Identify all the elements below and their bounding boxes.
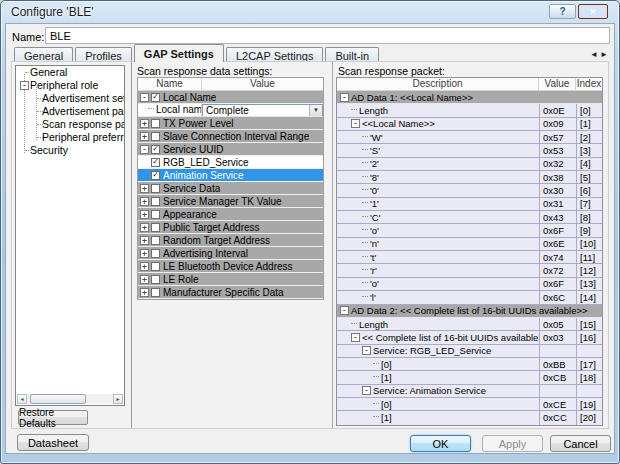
- cancel-button[interactable]: Cancel: [550, 435, 611, 452]
- column-header-description[interactable]: Description: [337, 78, 539, 90]
- column-header-value[interactable]: Value: [539, 78, 576, 90]
- tab-scroll-left-button[interactable]: ◄: [590, 50, 598, 59]
- close-button[interactable]: ✕: [578, 4, 608, 19]
- checkbox[interactable]: [151, 223, 160, 232]
- checkbox[interactable]: [151, 249, 160, 258]
- checkbox[interactable]: [151, 210, 160, 219]
- settings-row[interactable]: +Service Manager TK Value: [138, 195, 323, 208]
- collapse-icon[interactable]: -: [351, 333, 360, 342]
- packet-row[interactable]: 'C'0x43[8]: [337, 211, 602, 224]
- expand-icon[interactable]: +: [140, 210, 149, 219]
- packet-row[interactable]: -Service: RGB_LED_Service: [337, 345, 602, 358]
- packet-row[interactable]: -<< Complete list of 16-bit UUIDs availa…: [337, 331, 602, 344]
- packet-row[interactable]: [1]0xCC[20]: [337, 411, 602, 424]
- expand-icon[interactable]: +: [140, 184, 149, 193]
- help-button[interactable]: ?: [549, 4, 576, 19]
- packet-row[interactable]: 'o'0x6F[13]: [337, 278, 602, 291]
- expand-icon[interactable]: +: [140, 249, 149, 258]
- name-input[interactable]: [45, 27, 610, 44]
- expand-icon[interactable]: +: [140, 197, 149, 206]
- checkbox[interactable]: [151, 119, 160, 128]
- packet-row[interactable]: 'r'0x72[12]: [337, 264, 602, 277]
- packet-row[interactable]: -<<Local Name>>0x09[1]: [337, 118, 602, 131]
- checkbox[interactable]: [151, 288, 160, 297]
- checkbox[interactable]: ✓: [151, 145, 160, 154]
- tree-item-scan-response-packet[interactable]: Scan response packet: [16, 118, 124, 131]
- packet-row[interactable]: 'l'0x6C[14]: [337, 291, 602, 304]
- expand-icon[interactable]: +: [140, 262, 149, 271]
- datasheet-button[interactable]: Datasheet: [17, 434, 89, 451]
- restore-defaults-button[interactable]: Restore Defaults: [18, 410, 88, 425]
- expand-icon[interactable]: +: [140, 288, 149, 297]
- expand-icon[interactable]: +: [140, 223, 149, 232]
- packet-row[interactable]: [1]0xCB[18]: [337, 371, 602, 384]
- tree-horizontal-scrollbar[interactable]: ◂ ▸: [17, 394, 123, 404]
- combobox-arrow-icon[interactable]: ▼: [309, 105, 322, 116]
- packet-row[interactable]: '0'0x30[6]: [337, 184, 602, 197]
- checkbox[interactable]: [151, 262, 160, 271]
- tab-scroll-right-button[interactable]: ►: [600, 50, 608, 59]
- expand-icon[interactable]: +: [140, 236, 149, 245]
- collapse-icon[interactable]: -: [362, 346, 371, 355]
- settings-row[interactable]: +Manufacturer Specific Data: [138, 286, 323, 299]
- packet-row[interactable]: 'S'0x53[3]: [337, 144, 602, 157]
- tab-built-in[interactable]: Built-in: [325, 47, 379, 62]
- scrollbar-left-arrow-icon[interactable]: ◂: [17, 394, 27, 404]
- settings-row[interactable]: +Slave Connection Interval Range: [138, 130, 323, 143]
- value-combobox[interactable]: Complete▼: [202, 104, 323, 117]
- settings-row[interactable]: +LE Role: [138, 273, 323, 286]
- tab-gap-settings[interactable]: GAP Settings: [134, 44, 224, 62]
- tree-item-advertisement-settings[interactable]: Advertisement settings: [16, 92, 124, 105]
- packet-row[interactable]: '2'0x32[4]: [337, 158, 602, 171]
- collapse-icon[interactable]: -: [340, 93, 349, 102]
- settings-row[interactable]: +TX Power Level: [138, 117, 323, 130]
- settings-row[interactable]: +LE Bluetooth Device Address: [138, 260, 323, 273]
- packet-row[interactable]: [0]0xBB[17]: [337, 358, 602, 371]
- checkbox[interactable]: [151, 236, 160, 245]
- checkbox[interactable]: [151, 132, 160, 141]
- packet-row[interactable]: '8'0x38[5]: [337, 171, 602, 184]
- collapse-icon[interactable]: -: [340, 306, 349, 315]
- collapse-icon[interactable]: -: [20, 81, 29, 90]
- apply-button[interactable]: Apply: [482, 435, 543, 452]
- checkbox[interactable]: ✓: [151, 171, 160, 180]
- settings-row[interactable]: ✓RGB_LED_Service: [138, 156, 323, 169]
- settings-row[interactable]: +Public Target Address: [138, 221, 323, 234]
- ok-button[interactable]: OK: [410, 435, 471, 452]
- collapse-icon[interactable]: -: [140, 145, 149, 154]
- tree-item-peripheral-role[interactable]: -Peripheral role: [16, 79, 124, 92]
- column-header-name[interactable]: Name: [138, 78, 202, 90]
- collapse-icon[interactable]: -: [140, 93, 149, 102]
- packet-row[interactable]: 'W'0x57[2]: [337, 131, 602, 144]
- packet-row[interactable]: -AD Data 1: <<Local Name>>: [337, 91, 602, 104]
- expand-icon[interactable]: +: [140, 132, 149, 141]
- collapse-icon[interactable]: -: [351, 119, 360, 128]
- settings-row[interactable]: -✓Service UUID: [138, 143, 323, 156]
- scrollbar-thumb[interactable]: [30, 394, 86, 404]
- packet-row[interactable]: Length0x05[15]: [337, 318, 602, 331]
- tree-item-general[interactable]: General: [16, 66, 124, 79]
- settings-row[interactable]: ✓Animation Service: [138, 169, 323, 182]
- settings-row[interactable]: +Service Data: [138, 182, 323, 195]
- tree-item-advertisement-packet[interactable]: Advertisement packet: [16, 105, 124, 118]
- settings-row[interactable]: Local nameComplete▼: [138, 104, 323, 117]
- packet-row[interactable]: 'n'0x6E[10]: [337, 238, 602, 251]
- tree-item-peripheral-preferred-conne[interactable]: Peripheral preferred conne: [16, 131, 124, 144]
- expand-icon[interactable]: +: [140, 275, 149, 284]
- collapse-icon[interactable]: -: [362, 386, 371, 395]
- column-header-index[interactable]: Index: [576, 78, 602, 90]
- checkbox[interactable]: [151, 197, 160, 206]
- tab-l2cap-settings[interactable]: L2CAP Settings: [226, 47, 323, 62]
- packet-row[interactable]: 't'0x74[11]: [337, 251, 602, 264]
- column-header-value[interactable]: Value: [202, 78, 323, 90]
- settings-row[interactable]: -✓Local Name: [138, 91, 323, 104]
- expand-icon[interactable]: +: [140, 119, 149, 128]
- settings-row[interactable]: +Random Target Address: [138, 234, 323, 247]
- settings-row[interactable]: +Advertising Interval: [138, 247, 323, 260]
- packet-row[interactable]: Length0x0E[0]: [337, 104, 602, 117]
- tree-item-security[interactable]: Security: [16, 144, 124, 157]
- checkbox[interactable]: [151, 275, 160, 284]
- packet-row[interactable]: -AD Data 2: << Complete list of 16-bit U…: [337, 305, 602, 318]
- packet-row[interactable]: -Service: Animation Service: [337, 385, 602, 398]
- checkbox[interactable]: ✓: [151, 158, 160, 167]
